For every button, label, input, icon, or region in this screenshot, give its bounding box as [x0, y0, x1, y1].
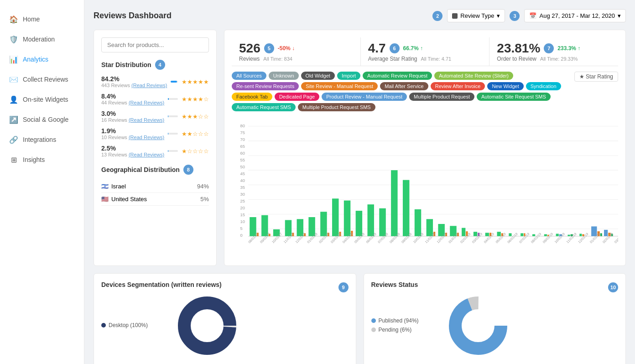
devices-legend: Desktop (100%)	[101, 322, 148, 331]
filter-tag[interactable]: Multiple Product Request	[409, 93, 474, 101]
filter-tag[interactable]: Multiple Product Request SMS	[298, 103, 375, 111]
filter-tag[interactable]: Old Widget	[301, 72, 335, 80]
bar	[379, 208, 385, 236]
reviews-alltime: All Time: 834	[263, 56, 292, 62]
order-review-label: Order to Review	[497, 56, 536, 62]
sidebar-item-moderation[interactable]: 🛡️ Moderation	[0, 29, 84, 49]
svg-text:30: 30	[240, 192, 245, 197]
stat-reviews: 526 5 -50% ↓ Reviews All Time: 834	[232, 37, 361, 66]
read-reviews-link[interactable]: (Read Reviews)	[129, 152, 164, 157]
svg-text:35: 35	[240, 185, 245, 190]
right-panel: 526 5 -50% ↓ Reviews All Time: 834 4.7 6…	[224, 30, 626, 266]
sidebar-item-label: On-site Widgets	[23, 96, 68, 103]
star-dist-item: 8.4% 44 Reviews (Read Reviews) ★★★★☆	[101, 93, 209, 105]
read-reviews-link[interactable]: (Read Reviews)	[129, 117, 164, 123]
filter-tag[interactable]: Unknown	[269, 72, 299, 80]
avg-rating-alltime: All Time: 4.71	[421, 56, 452, 62]
svg-text:75: 75	[240, 130, 245, 135]
svg-text:45: 45	[240, 171, 245, 176]
devices-donut-container: Desktop (100%)	[101, 294, 349, 359]
page-title: Reviews Dashboard	[94, 11, 172, 21]
read-reviews-link[interactable]: (Read Reviews)	[129, 135, 164, 140]
reviews-status-title: Reviews Status	[371, 281, 418, 288]
svg-text:55: 55	[240, 157, 245, 162]
filter-tag[interactable]: Product Review - Manual Request	[322, 93, 407, 101]
donut-svg-status	[446, 294, 510, 358]
filter-tag[interactable]: Syndication	[526, 82, 561, 90]
sidebar-item-social[interactable]: ↗️ Social & Google	[0, 109, 84, 130]
star-pct: 1.9%	[101, 127, 120, 135]
reviews-status-legend: Published (94%) Pending (6%)	[371, 317, 419, 336]
svg-text:20: 20	[240, 205, 245, 210]
sidebar-item-home[interactable]: 🏠 Home	[0, 9, 84, 29]
star-review-count: 44 Reviews (Read Reviews)	[101, 100, 164, 105]
stats-row: 526 5 -50% ↓ Reviews All Time: 834 4.7 6…	[232, 37, 618, 66]
svg-text:80: 80	[240, 123, 245, 128]
filter-tag[interactable]: New Widget	[487, 82, 523, 90]
legend-label-desktop: Desktop (100%)	[109, 322, 148, 328]
badge-2: 2	[432, 11, 442, 21]
sidebar-item-onsite[interactable]: 👤 On-site Widgets	[0, 89, 84, 109]
review-type-label: Review Type	[460, 12, 494, 19]
sidebar-item-collect[interactable]: ✉️ Collect Reviews	[0, 69, 84, 89]
svg-text:10: 10	[240, 219, 245, 224]
filter-tag[interactable]: Automatic Request SMS	[232, 103, 296, 111]
svg-text:40: 40	[240, 178, 245, 183]
filter-tag[interactable]: Facebook Tab	[232, 93, 272, 101]
star-dist-item: 2.5% 13 Reviews (Read Reviews) ★☆☆☆☆	[101, 145, 209, 157]
star-distribution-list: 84.2% 443 Reviews (Read Reviews) ★★★★★ 8…	[101, 75, 209, 157]
sidebar-item-label: Moderation	[23, 36, 55, 43]
star-bar	[168, 115, 178, 117]
filter-tag[interactable]: Automatic Review Request	[363, 72, 432, 80]
star-pct: 84.2%	[101, 75, 120, 83]
filter-tag[interactable]: Review After Invoice	[431, 82, 485, 90]
social-icon: ↗️	[9, 115, 18, 124]
date-range-picker[interactable]: 📅 Aug 27, 2017 - Mar 12, 2020 ▾	[524, 9, 626, 22]
star-bar-fill	[168, 115, 168, 117]
avg-rating-label: Average Star Rating	[368, 56, 417, 62]
order-review-alltime: All Time: 29.33%	[540, 56, 578, 62]
filter-tag[interactable]: Import	[337, 72, 360, 80]
chevron-down-icon: ▾	[497, 12, 500, 19]
filter-tag[interactable]: Re-sent Review Requests	[232, 82, 299, 90]
filter-tag[interactable]: Site Review - Manual Request	[301, 82, 378, 90]
sidebar-item-analytics[interactable]: 📊 Analytics	[0, 49, 84, 69]
search-input[interactable]	[101, 37, 209, 52]
sidebar-item-label: Analytics	[23, 56, 48, 63]
read-reviews-link[interactable]: (Read Reviews)	[131, 83, 167, 88]
legend-dot-published	[371, 318, 376, 323]
review-type-select[interactable]: Review Type ▾	[447, 9, 505, 22]
bottom-row: Devices Segmentation (written reviews) 9…	[94, 273, 626, 364]
legend-dot-pending	[371, 328, 376, 332]
filter-tag[interactable]: Dedicated Page	[275, 93, 319, 101]
flag-icon: 🇺🇸	[101, 196, 109, 203]
sidebar-item-integrations[interactable]: 🔗 Integrations	[0, 130, 84, 150]
bar	[332, 198, 338, 236]
sidebar-item-insights[interactable]: ⊞ Insights	[0, 150, 84, 170]
star-icons: ★★★★☆	[182, 96, 209, 103]
reviews-change: -50% ↓	[278, 45, 295, 52]
star-review-count: 443 Reviews (Read Reviews)	[101, 83, 167, 88]
filter-tag[interactable]: Automatic Site Request SMS	[477, 93, 551, 101]
bar	[579, 234, 582, 236]
svg-text:11/01/19: 11/01/19	[566, 232, 578, 244]
reviews-label: Reviews	[239, 56, 260, 62]
devices-donut-chart	[175, 294, 239, 359]
svg-text:06/01/19: 06/01/19	[507, 232, 519, 244]
star-rating-button[interactable]: ★ Star Rating	[574, 72, 618, 82]
badge-5: 5	[264, 43, 274, 53]
filter-tag[interactable]: Mail After Service	[380, 82, 428, 90]
filter-tag[interactable]: All Sources	[232, 72, 266, 80]
read-reviews-link[interactable]: (Read Reviews)	[129, 100, 164, 105]
page-header: Reviews Dashboard 2 Review Type ▾ 3 📅 Au…	[94, 9, 626, 22]
star-bar-fill	[168, 98, 169, 100]
star-bar	[168, 133, 178, 135]
bar	[567, 235, 570, 236]
sidebar-item-label: Home	[23, 16, 40, 23]
star-bar	[168, 150, 178, 152]
filter-tag[interactable]: Automated Site Review (Slider)	[434, 72, 513, 80]
stat-avg-rating: 4.7 6 66.7% ↑ Average Star Rating All Ti…	[361, 37, 490, 66]
badge-10: 10	[608, 282, 618, 292]
geo-pct: 94%	[197, 183, 209, 190]
star-icons: ★★★☆☆	[182, 113, 209, 120]
